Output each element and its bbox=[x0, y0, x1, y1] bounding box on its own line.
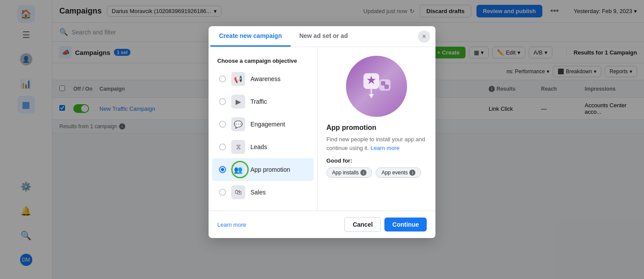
leads-label: Leads bbox=[250, 143, 267, 150]
svg-rect-6 bbox=[384, 85, 389, 89]
radio-leads bbox=[219, 143, 226, 150]
sales-label: Sales bbox=[250, 189, 266, 196]
svg-rect-5 bbox=[381, 81, 385, 85]
cancel-button[interactable]: Cancel bbox=[344, 217, 381, 232]
info-icon: i bbox=[360, 170, 367, 176]
objective-sales[interactable]: 🛍 Sales bbox=[212, 181, 314, 204]
sales-icon: 🛍 bbox=[231, 185, 245, 199]
radio-sales bbox=[219, 189, 226, 196]
tab-create-campaign[interactable]: Create new campaign bbox=[210, 26, 291, 47]
good-for-title: Good for: bbox=[326, 157, 427, 164]
promo-title: App promotion bbox=[326, 124, 427, 132]
badge-app-installs: App installs i bbox=[326, 167, 372, 178]
info-icon: i bbox=[409, 170, 415, 176]
footer-learn-more-link[interactable]: Learn more bbox=[217, 221, 246, 228]
traffic-label: Traffic bbox=[250, 98, 267, 105]
modal-objectives-panel: Choose a campaign objective 📢 Awareness … bbox=[209, 47, 318, 211]
awareness-label: Awareness bbox=[250, 75, 281, 82]
radio-engagement bbox=[219, 121, 226, 128]
tab-new-ad-set[interactable]: New ad set or ad bbox=[291, 26, 356, 47]
awareness-icon: 📢 bbox=[231, 72, 245, 86]
radio-awareness bbox=[219, 75, 226, 82]
modal-detail-panel: App promotion Find new people to install… bbox=[318, 47, 435, 211]
badge-label: App installs bbox=[332, 170, 359, 176]
badge-row: App installs i App events i bbox=[326, 167, 427, 178]
app-promotion-illustration bbox=[346, 56, 407, 117]
objective-traffic[interactable]: ▶ Traffic bbox=[212, 90, 314, 113]
modal-close-button[interactable]: × bbox=[418, 31, 430, 43]
create-campaign-modal: Create new campaign New ad set or ad × C… bbox=[209, 26, 435, 238]
objective-awareness[interactable]: 📢 Awareness bbox=[212, 68, 314, 90]
modal-body: Choose a campaign objective 📢 Awareness … bbox=[209, 47, 435, 211]
promo-description: Find new people to install your app and … bbox=[326, 135, 427, 152]
app-promotion-label: App promotion bbox=[250, 166, 290, 173]
modal-header: Create new campaign New ad set or ad × bbox=[209, 26, 435, 47]
badge-app-events: App events i bbox=[376, 167, 421, 178]
continue-button[interactable]: Continue bbox=[384, 218, 427, 231]
objective-app-promotion[interactable]: 👥 App promotion bbox=[212, 158, 314, 181]
traffic-icon: ▶ bbox=[231, 95, 245, 109]
radio-traffic bbox=[219, 98, 226, 105]
svg-marker-3 bbox=[369, 94, 374, 99]
engagement-label: Engagement bbox=[250, 121, 285, 128]
app-promotion-icon: 👥 bbox=[231, 163, 245, 177]
badge-label: App events bbox=[381, 170, 408, 176]
promo-learn-more-link[interactable]: Learn more bbox=[370, 145, 399, 151]
objective-engagement[interactable]: 💬 Engagement bbox=[212, 113, 314, 136]
engagement-icon: 💬 bbox=[231, 117, 245, 131]
radio-app-promotion bbox=[219, 166, 226, 173]
illustration-svg bbox=[359, 69, 394, 104]
modal-section-title: Choose a campaign objective bbox=[209, 54, 317, 68]
leads-icon: ⧖ bbox=[231, 140, 245, 154]
objective-leads[interactable]: ⧖ Leads bbox=[212, 136, 314, 158]
modal-footer: Learn more Cancel Continue bbox=[209, 211, 435, 238]
modal-overlay: Create new campaign New ad set or ad × C… bbox=[0, 0, 644, 279]
